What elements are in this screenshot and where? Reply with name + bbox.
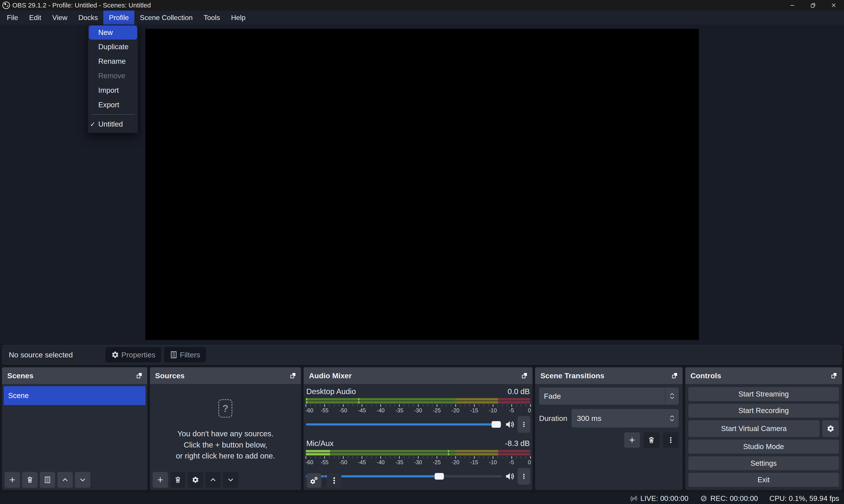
add-scene-button[interactable] bbox=[5, 472, 20, 488]
transition-menu-button[interactable] bbox=[663, 432, 679, 448]
mixer-toolbar bbox=[306, 473, 342, 488]
advanced-audio-button[interactable] bbox=[307, 473, 321, 488]
duration-spinbox[interactable]: 300 ms bbox=[572, 409, 679, 428]
live-status: LIVE: 00:00:00 bbox=[630, 494, 688, 503]
trash-icon bbox=[174, 476, 182, 484]
volume-meter: -60 -55 -50 -45 -40 -35 -30 -25 -20 -15 … bbox=[306, 398, 530, 414]
remove-transition-button bbox=[644, 432, 659, 448]
kebab-icon bbox=[521, 421, 527, 428]
add-source-button[interactable] bbox=[152, 472, 168, 488]
add-transition-button[interactable] bbox=[624, 432, 640, 448]
start-recording-button[interactable]: Start Recording bbox=[688, 404, 839, 418]
virtual-camera-settings-button[interactable] bbox=[822, 420, 839, 437]
check-icon: ✓ bbox=[90, 121, 97, 128]
chevron-down-icon bbox=[227, 476, 234, 484]
caret-down-icon bbox=[669, 418, 675, 422]
obs-window: OBS 29.1.2 - Profile: Untitled - Scenes:… bbox=[0, 0, 844, 504]
speaker-icon[interactable] bbox=[505, 419, 515, 430]
broadcast-off-icon bbox=[630, 494, 638, 502]
trash-icon bbox=[26, 476, 34, 484]
transition-toolbar bbox=[539, 432, 679, 448]
duration-value: 300 ms bbox=[572, 414, 665, 423]
exit-button[interactable]: Exit bbox=[688, 473, 839, 487]
minimize-icon bbox=[789, 2, 796, 8]
select-spinner[interactable] bbox=[665, 393, 679, 400]
profile-menu-new[interactable]: New bbox=[89, 25, 137, 39]
profile-menu-duplicate[interactable]: Duplicate bbox=[88, 39, 138, 54]
scenes-toolbar bbox=[2, 470, 147, 490]
menu-profile[interactable]: Profile bbox=[103, 11, 134, 24]
audio-mixer-panel: Audio Mixer Desktop Audio 0.0 dB bbox=[304, 367, 533, 490]
popout-icon[interactable] bbox=[671, 372, 678, 379]
restore-button[interactable] bbox=[803, 0, 823, 11]
scene-up-button[interactable] bbox=[57, 472, 73, 488]
remove-scene-button[interactable] bbox=[22, 472, 38, 488]
menu-scene-collection[interactable]: Scene Collection bbox=[134, 11, 198, 24]
scenes-title: Scenes bbox=[7, 372, 136, 380]
slider-handle[interactable] bbox=[435, 473, 444, 480]
preview-canvas[interactable] bbox=[145, 29, 699, 340]
record-off-icon bbox=[700, 494, 708, 502]
sources-list[interactable]: ? You don't have any sources. Click the … bbox=[150, 384, 301, 490]
channel-menu-button[interactable] bbox=[518, 468, 530, 485]
menu-bar: File Edit View Docks Profile Scene Colle… bbox=[0, 11, 844, 24]
menu-help[interactable]: Help bbox=[226, 11, 251, 24]
caret-up-icon bbox=[669, 393, 675, 396]
menu-tools[interactable]: Tools bbox=[198, 11, 226, 24]
menu-file[interactable]: File bbox=[1, 11, 24, 24]
plus-icon bbox=[628, 436, 636, 444]
start-streaming-button[interactable]: Start Streaming bbox=[688, 387, 839, 401]
audio-mixer-title: Audio Mixer bbox=[309, 372, 521, 380]
sources-empty-line: Click the + button below, bbox=[176, 439, 275, 451]
menu-edit[interactable]: Edit bbox=[24, 11, 47, 24]
spinbox-arrows[interactable] bbox=[665, 415, 679, 422]
popout-icon[interactable] bbox=[831, 372, 838, 379]
source-toolbar: No source selected Properties Filters bbox=[2, 345, 842, 365]
channel-menu-button[interactable] bbox=[518, 416, 530, 433]
profile-menu-import[interactable]: Import bbox=[88, 83, 138, 97]
channel-level-db: 0.0 dB bbox=[508, 387, 530, 396]
scenes-panel: Scenes Scene bbox=[2, 367, 147, 490]
scene-transitions-header: Scene Transitions bbox=[535, 367, 683, 384]
start-virtual-camera-button[interactable]: Start Virtual Camera bbox=[688, 420, 820, 437]
scene-down-button[interactable] bbox=[75, 472, 90, 488]
filters-label: Filters bbox=[180, 350, 200, 359]
channel-level-db: -8.3 dB bbox=[505, 439, 530, 448]
sources-title: Sources bbox=[155, 372, 290, 380]
sources-panel: Sources ? You don't have any sources. Cl… bbox=[150, 367, 301, 490]
menu-docks[interactable]: Docks bbox=[73, 11, 103, 24]
speaker-icon[interactable] bbox=[505, 471, 515, 481]
scene-list-item[interactable]: Scene bbox=[4, 386, 146, 405]
profile-menu: New Duplicate Rename Remove Import Expor… bbox=[88, 24, 138, 133]
popout-icon[interactable] bbox=[289, 372, 297, 379]
menu-view[interactable]: View bbox=[47, 11, 73, 24]
filters-button[interactable]: Filters bbox=[164, 347, 206, 362]
duration-row: Duration 300 ms bbox=[539, 409, 679, 428]
gear-icon bbox=[111, 351, 119, 359]
minimize-button[interactable] bbox=[782, 0, 803, 11]
divider bbox=[324, 474, 324, 487]
source-up-button bbox=[205, 472, 221, 488]
source-status-text: No source selected bbox=[9, 350, 106, 359]
chevron-down-icon bbox=[79, 476, 86, 484]
popout-icon[interactable] bbox=[521, 372, 528, 379]
profile-menu-rename[interactable]: Rename bbox=[88, 54, 138, 69]
profile-menu-export[interactable]: Export bbox=[88, 97, 138, 112]
studio-mode-button[interactable]: Studio Mode bbox=[688, 439, 839, 454]
settings-button[interactable]: Settings bbox=[688, 456, 839, 470]
restore-icon bbox=[810, 2, 816, 8]
controls-header: Controls bbox=[685, 367, 842, 384]
close-button[interactable] bbox=[823, 0, 844, 11]
channel-name: Mic/Aux bbox=[306, 439, 505, 448]
mixer-menu-button[interactable] bbox=[327, 473, 341, 488]
properties-button[interactable]: Properties bbox=[106, 347, 161, 362]
mixer-channel-desktop-audio: Desktop Audio 0.0 dB bbox=[306, 387, 530, 433]
kebab-icon bbox=[521, 473, 527, 480]
scene-filters-button[interactable] bbox=[40, 472, 55, 488]
profile-menu-untitled[interactable]: ✓ Untitled bbox=[88, 117, 138, 131]
dock-area: Scenes Scene Sources bbox=[0, 367, 844, 493]
transition-select[interactable]: Fade bbox=[539, 388, 679, 404]
volume-slider[interactable] bbox=[306, 421, 502, 428]
popout-icon[interactable] bbox=[136, 372, 143, 379]
slider-handle[interactable] bbox=[491, 421, 501, 428]
